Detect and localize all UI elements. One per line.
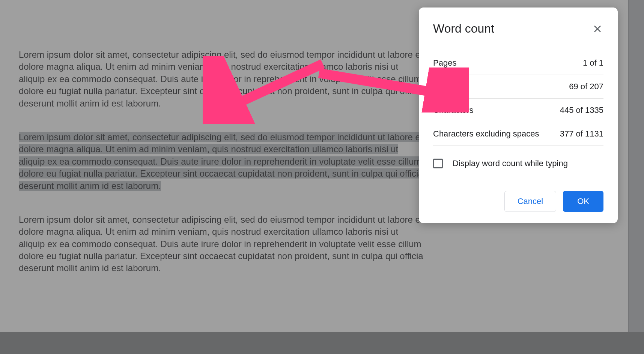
chars-nospaces-label: Characters excluding spaces [433, 129, 539, 139]
stat-row-characters: Characters 445 of 1335 [433, 99, 603, 122]
stat-row-pages: Pages 1 of 1 [433, 51, 603, 75]
stat-row-chars-nospaces: Characters excluding spaces 377 of 1131 [433, 122, 603, 146]
dialog-title: Word count [433, 22, 494, 36]
display-while-typing-checkbox[interactable] [433, 159, 443, 168]
pages-value: 1 of 1 [583, 58, 603, 68]
dialog-footer: Cancel OK [433, 191, 603, 212]
close-icon [594, 25, 601, 33]
display-while-typing-row[interactable]: Display word count while typing [433, 159, 603, 168]
close-button[interactable] [591, 23, 603, 35]
ok-button[interactable]: OK [563, 191, 603, 212]
chars-nospaces-value: 377 of 1131 [560, 129, 603, 139]
stat-row-words: Words 69 of 207 [433, 75, 603, 99]
word-count-dialog: Word count Pages 1 of 1 Words 69 of 207 … [419, 8, 618, 223]
cancel-button[interactable]: Cancel [504, 191, 556, 212]
words-label: Words [433, 82, 457, 92]
characters-label: Characters [433, 105, 474, 115]
pages-label: Pages [433, 58, 456, 68]
words-value: 69 of 207 [569, 82, 603, 92]
display-while-typing-label: Display word count while typing [453, 159, 568, 168]
dialog-header: Word count [433, 22, 603, 36]
characters-value: 445 of 1335 [560, 105, 603, 115]
